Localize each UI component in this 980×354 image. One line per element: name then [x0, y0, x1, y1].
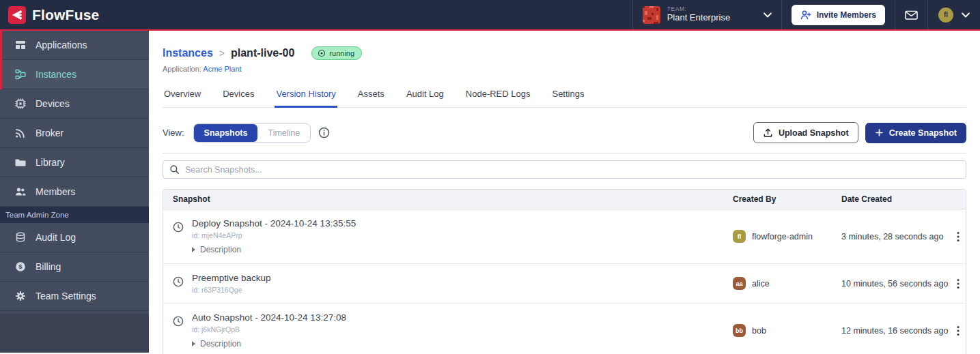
kebab-menu-icon[interactable]	[954, 228, 962, 245]
status-badge: running	[311, 46, 362, 60]
sidebar-item-members[interactable]: Members	[0, 177, 149, 207]
sidebar-item-team-settings[interactable]: Team Settings	[0, 282, 149, 311]
view-toggle: Snapshots Timeline	[193, 123, 311, 143]
chevron-down-icon	[764, 12, 772, 18]
gear-icon	[15, 291, 26, 301]
flowfuse-logo[interactable]: FlowFuse	[0, 6, 99, 24]
date-created: 12 minutes, 16 seconds ago	[841, 326, 950, 336]
application-label: Application:	[163, 65, 201, 73]
sidebar-item-audit-log[interactable]: Audit Log	[0, 223, 149, 252]
user-avatar: fl	[938, 8, 953, 23]
user-menu[interactable]: fl	[927, 0, 980, 29]
description-label: Description	[200, 339, 241, 349]
chevron-down-icon	[962, 12, 970, 18]
application-link[interactable]: Acme Plant	[203, 65, 241, 73]
dollar-icon: $	[15, 261, 26, 272]
date-created: 3 minutes, 28 seconds ago	[841, 232, 950, 241]
database-icon	[15, 232, 26, 243]
sidebar-item-devices[interactable]: Devices	[0, 89, 149, 119]
snapshot-id: id: r63P316Qge	[192, 286, 271, 294]
snapshot-id: id: j6kNGjrQpB	[192, 325, 346, 334]
flowfuse-logo-icon	[8, 6, 26, 24]
page-title: plant-live-00	[231, 47, 294, 59]
tab-devices[interactable]: Devices	[221, 84, 255, 107]
sidebar-item-applications[interactable]: Applications	[0, 31, 149, 60]
envelope-icon	[904, 9, 919, 21]
sidebar-item-label: Devices	[36, 98, 70, 109]
search-snapshots-box	[163, 160, 966, 179]
date-created: 10 minutes, 56 seconds ago	[841, 279, 950, 289]
view-label: View:	[163, 128, 184, 138]
kebab-menu-icon[interactable]	[954, 323, 962, 339]
table-row: Auto Snapshot - 2024-10-24 13:27:08 id: …	[163, 304, 966, 354]
creator-avatar: bb	[733, 324, 746, 337]
description-toggle[interactable]: Description	[192, 339, 346, 349]
sidebar-item-billing[interactable]: $ Billing	[0, 252, 149, 282]
creator-avatar: aa	[733, 277, 746, 290]
creator-name: alice	[752, 279, 770, 289]
sidebar-item-label: Billing	[36, 261, 61, 272]
team-selector[interactable]: TEAM: Plant Enterprise	[632, 0, 781, 29]
sidebar-item-label: Members	[36, 186, 75, 197]
sidebar-item-library[interactable]: Library	[0, 148, 149, 177]
table-header: Snapshot Created By Date Created	[163, 190, 966, 209]
create-snapshot-label: Create Snapshot	[889, 128, 957, 138]
clock-icon	[173, 222, 184, 233]
breadcrumb-separator: >	[219, 48, 225, 59]
application-line: Application: Acme Plant	[163, 65, 966, 73]
upload-snapshot-button[interactable]: Upload Snapshot	[753, 122, 858, 143]
column-header-created-by: Created By	[733, 190, 841, 209]
info-icon[interactable]	[318, 127, 330, 138]
tab-bar: Overview Devices Version History Assets …	[163, 84, 966, 108]
sidebar-item-label: Instances	[36, 69, 76, 80]
creator-avatar: fl	[733, 230, 746, 243]
plus-icon	[875, 128, 884, 137]
users-icon	[15, 186, 26, 197]
tab-audit-log[interactable]: Audit Log	[405, 84, 445, 107]
column-header-snapshot: Snapshot	[163, 190, 733, 209]
snapshot-table: Snapshot Created By Date Created Deploy …	[163, 189, 966, 354]
description-label: Description	[200, 245, 241, 254]
brand-name: FlowFuse	[32, 7, 99, 23]
applications-icon	[15, 40, 26, 50]
sidebar-bottom-panel	[0, 314, 149, 353]
sidebar-item-label: Audit Log	[36, 232, 76, 243]
sidebar-item-label: Team Settings	[36, 291, 96, 301]
invite-members-button[interactable]: Invite Members	[792, 5, 885, 25]
svg-text:$: $	[18, 263, 23, 270]
notifications-button[interactable]	[895, 0, 927, 29]
tab-settings[interactable]: Settings	[550, 84, 585, 107]
main-content: Instances > plant-live-00 running Applic…	[149, 31, 980, 353]
create-snapshot-button[interactable]: Create Snapshot	[865, 123, 966, 143]
clock-icon	[173, 316, 184, 327]
sidebar-item-label: Library	[36, 157, 65, 168]
breadcrumb: Instances > plant-live-00 running	[163, 46, 966, 60]
creator-name: bob	[752, 326, 766, 336]
tab-overview[interactable]: Overview	[163, 84, 202, 107]
view-toggle-snapshots[interactable]: Snapshots	[194, 124, 258, 142]
sidebar-item-broker[interactable]: Broker	[0, 119, 149, 148]
team-avatar	[643, 6, 660, 24]
folder-icon	[15, 157, 26, 168]
top-navbar: FlowFuse TEAM: Plant Enterprise	[0, 0, 980, 31]
team-name: Plant Enterprise	[667, 13, 757, 23]
snapshot-title: Auto Snapshot - 2024-10-24 13:27:08	[192, 312, 346, 323]
breadcrumb-instances-link[interactable]: Instances	[163, 47, 213, 59]
tab-assets[interactable]: Assets	[356, 84, 386, 107]
description-toggle[interactable]: Description	[192, 245, 356, 254]
tab-node-red-logs[interactable]: Node-RED Logs	[464, 84, 532, 107]
chip-icon	[15, 98, 26, 109]
status-label: running	[329, 49, 354, 57]
table-row: Preemptive backup id: r63P316Qge aa alic…	[163, 264, 966, 304]
sidebar-item-instances[interactable]: Instances	[0, 60, 149, 89]
creator-name: flowforge-admin	[752, 232, 813, 241]
kebab-menu-icon[interactable]	[954, 276, 962, 292]
clock-icon	[173, 276, 184, 287]
sidebar: Applications Instances De	[0, 31, 149, 353]
team-admin-zone-header: Team Admin Zone	[0, 207, 149, 223]
search-input[interactable]	[185, 165, 960, 175]
tab-version-history[interactable]: Version History	[275, 84, 337, 108]
sidebar-item-label: Broker	[36, 128, 64, 138]
triangle-right-icon	[192, 247, 195, 252]
view-toggle-timeline[interactable]: Timeline	[257, 124, 310, 142]
